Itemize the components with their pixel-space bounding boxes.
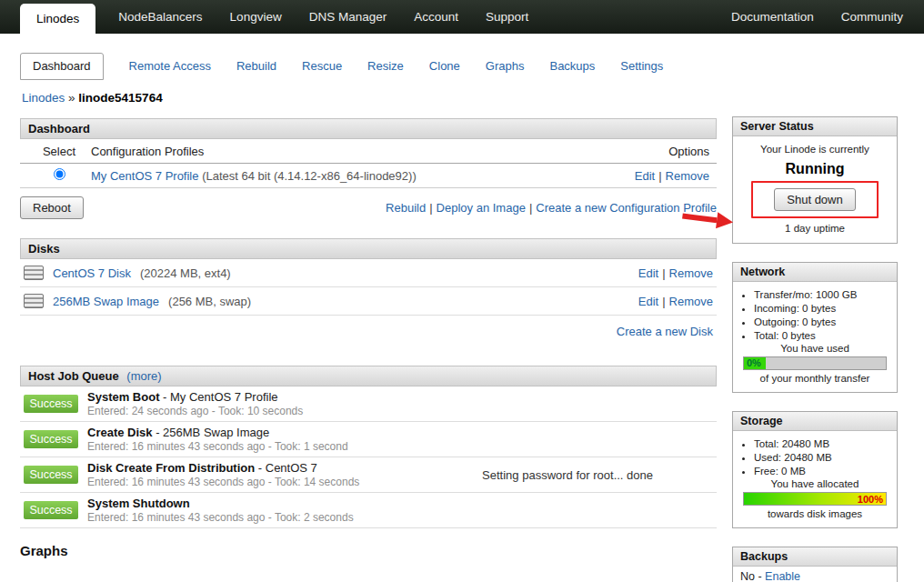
nav-item-nodebalancers[interactable]: NodeBalancers [105, 0, 216, 34]
job-info: Disk Create From Distribution - CentOS 7… [87, 461, 482, 488]
profile-remove-link[interactable]: Remove [666, 169, 709, 183]
tab-clone[interactable]: Clone [429, 54, 460, 80]
storage-title: Storage [733, 412, 897, 431]
server-status-value: Running [737, 161, 893, 177]
config-profile-row: My CentOS 7 Profile (Latest 64 bit (4.14… [20, 164, 717, 188]
storage-usage-meter: 100% [743, 492, 887, 506]
tab-backups[interactable]: Backups [549, 54, 595, 80]
tab-settings[interactable]: Settings [620, 54, 663, 80]
network-usage-meter: 0% [743, 356, 887, 370]
profile-edit-link[interactable]: Edit [635, 169, 655, 183]
job-meta: Entered: 16 minutes 43 seconds ago - Too… [87, 476, 482, 488]
nav-item-linodes[interactable]: Linodes [20, 4, 95, 34]
disk-edit-link[interactable]: Edit [638, 295, 658, 308]
linode-manager-page: { "colors": { "nav_bg": "#1b221b", "link… [0, 0, 924, 582]
job-row: Success Create Disk - 256MB Swap Image E… [20, 422, 717, 457]
backups-enable-link[interactable]: Enable [765, 570, 800, 582]
dashboard-section-header: Dashboard [20, 118, 717, 139]
nav-item-dns-manager[interactable]: DNS Manager [296, 0, 401, 34]
sidebar: Server Status Your Linode is currently R… [732, 116, 898, 582]
top-nav: Linodes NodeBalancers Longview DNS Manag… [0, 0, 924, 34]
profile-link[interactable]: My CentOS 7 Profile [91, 169, 199, 183]
config-table-header: Select Configuration Profiles Options [20, 139, 717, 164]
disk-row: CentOS 7 Disk (20224 MB, ext4) Edit|Remo… [20, 259, 717, 287]
job-meta: Entered: 24 seconds ago - Took: 10 secon… [87, 405, 653, 417]
disk-remove-link[interactable]: Remove [669, 295, 713, 308]
annotation-box: Shut down [751, 181, 879, 218]
job-info: System Boot - My CentOS 7 Profile Entere… [87, 390, 653, 417]
deploy-image-link[interactable]: Deploy an Image [437, 201, 526, 215]
profile-action-links: Rebuild|Deploy an Image|Create a new Con… [386, 201, 717, 215]
job-queue-title: Host Job Queue [28, 369, 119, 383]
nav-item-account[interactable]: Account [400, 0, 472, 34]
network-stat: Outgoing: 0 bytes [754, 316, 889, 328]
storage-box: Storage Total: 20480 MB Used: 20480 MB F… [732, 411, 898, 528]
disk-edit-link[interactable]: Edit [638, 266, 658, 280]
profile-detail-text: (Latest 64 bit (4.14.12-x86_64-linode92)… [202, 169, 417, 183]
success-badge: Success [24, 395, 78, 413]
tab-rescue[interactable]: Rescue [302, 54, 342, 80]
server-status-box: Server Status Your Linode is currently R… [732, 116, 898, 244]
reboot-button[interactable]: Reboot [20, 196, 84, 219]
network-footer: of your monthly transfer [740, 373, 889, 384]
disk-icon [24, 266, 44, 280]
breadcrumb-linodes-link[interactable]: Linodes [22, 91, 65, 105]
action-separator: | [529, 201, 532, 215]
column-options: Options [609, 145, 709, 158]
tab-resize[interactable]: Resize [367, 54, 404, 80]
network-box: Network Transfer/mo: 1000 GB Incoming: 0… [732, 262, 898, 393]
disks-section-header: Disks [20, 238, 717, 259]
uptime-text: 1 day uptime [737, 223, 893, 234]
network-stat: Incoming: 0 bytes [754, 302, 889, 315]
job-subtitle: - My CentOS 7 Profile [159, 390, 277, 404]
column-configuration-profiles: Configuration Profiles [91, 145, 609, 158]
tab-graphs[interactable]: Graphs [486, 54, 525, 80]
job-title: Create Disk [87, 426, 153, 439]
server-status-body: Your Linode is currently Running Shut do… [733, 136, 897, 243]
job-title: Disk Create From Distribution [87, 461, 255, 475]
column-select: Select [27, 145, 91, 158]
storage-stat: Total: 20480 MB [754, 437, 889, 450]
network-stat: Transfer/mo: 1000 GB [754, 288, 889, 301]
profile-radio[interactable] [54, 168, 65, 180]
storage-footer: towards disk images [740, 508, 889, 519]
tab-rebuild[interactable]: Rebuild [236, 54, 276, 80]
storage-alloc-label: You have allocated [740, 478, 889, 489]
disk-link[interactable]: 256MB Swap Image [53, 295, 159, 308]
nav-item-support[interactable]: Support [472, 0, 542, 34]
graphs-section-title: Graphs [20, 543, 717, 558]
nav-item-longview[interactable]: Longview [216, 0, 296, 34]
tab-dashboard[interactable]: Dashboard [20, 53, 104, 80]
nav-item-community[interactable]: Community [828, 0, 917, 34]
job-row: Success Disk Create From Distribution - … [20, 457, 717, 493]
network-used-label: You have used [740, 343, 889, 354]
breadcrumb-separator: » [68, 91, 75, 105]
nav-item-documentation[interactable]: Documentation [718, 0, 828, 34]
create-disk-link[interactable]: Create a new Disk [617, 325, 713, 338]
disk-row: 256MB Swap Image (256 MB, swap) Edit|Rem… [20, 287, 717, 316]
network-body: Transfer/mo: 1000 GB Incoming: 0 bytes O… [733, 282, 897, 392]
shut-down-button[interactable]: Shut down [774, 188, 855, 211]
job-row: Success System Shutdown Entered: 16 minu… [20, 493, 717, 528]
backups-status: No - [740, 570, 762, 582]
main-content: Dashboard Select Configuration Profiles … [20, 118, 717, 558]
job-info: Create Disk - 256MB Swap Image Entered: … [87, 426, 653, 453]
network-usage-fill: 0% [744, 357, 766, 369]
storage-stat: Free: 0 MB [754, 465, 889, 477]
network-stat: Total: 0 bytes [754, 329, 889, 342]
disk-link[interactable]: CentOS 7 Disk [53, 266, 131, 280]
job-queue-more-link[interactable]: (more) [126, 369, 161, 383]
job-row: Success System Boot - My CentOS 7 Profil… [20, 386, 717, 422]
server-status-line: Your Linode is currently [737, 144, 893, 155]
annotation-arrow-icon [680, 207, 735, 235]
tab-remote-access[interactable]: Remote Access [129, 54, 211, 80]
options-separator: | [658, 169, 661, 183]
disk-remove-link[interactable]: Remove [669, 266, 713, 280]
options-separator: | [662, 295, 665, 308]
sub-nav: Dashboard Remote Access Rebuild Rescue R… [0, 50, 924, 80]
job-title: System Boot [87, 390, 159, 404]
rebuild-link[interactable]: Rebuild [386, 201, 426, 215]
storage-body: Total: 20480 MB Used: 20480 MB Free: 0 M… [733, 431, 897, 527]
storage-stats-list: Total: 20480 MB Used: 20480 MB Free: 0 M… [754, 437, 889, 477]
job-note: Setting password for root... done [482, 468, 653, 482]
